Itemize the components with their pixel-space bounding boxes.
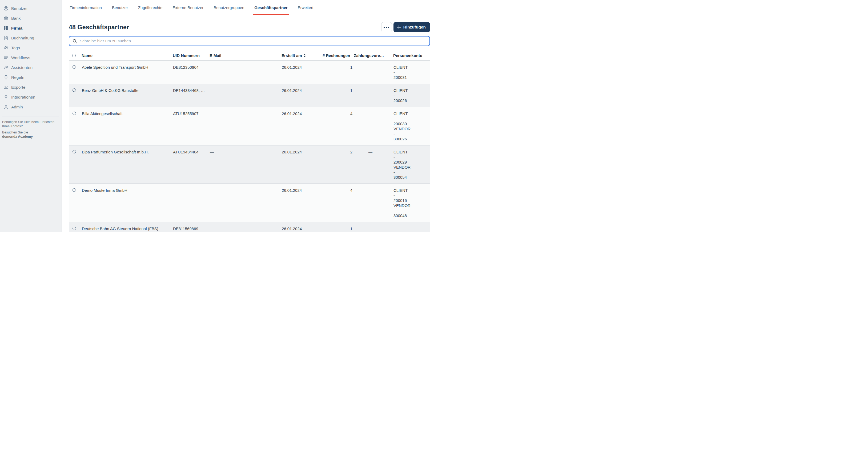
partner-created: 26.01.2024 — [282, 184, 323, 222]
sidebar-item-tags[interactable]: Tags — [0, 43, 62, 53]
sidebar-item-bank[interactable]: Bank — [0, 13, 62, 23]
table-row[interactable]: Bipa Parfumerien Gesellschaft m.b.H. ATU… — [69, 145, 430, 184]
partners-table: Name UID-Nummern E-Mail Erstellt am # Re… — [69, 46, 430, 232]
tab-geschaeftspartner[interactable]: Geschäftspartner — [253, 0, 288, 15]
row-checkbox[interactable] — [72, 65, 76, 69]
partner-uid: ATU15255907 — [173, 107, 210, 145]
partner-email: — — [210, 84, 282, 107]
sidebar-help: Benötigen Sie Hilfe beim Einrichten Ihre… — [2, 120, 58, 139]
sidebar-item-regeln[interactable]: Regeln — [0, 72, 62, 82]
tab-benutzergruppen[interactable]: Benutzergruppen — [213, 0, 245, 15]
col-header-payment: Zahlungsvore… — [354, 53, 386, 58]
partner-name: Deutsche Bahn AG Steuern National (FBS) — [82, 222, 173, 232]
partner-invoices: 1 — [323, 222, 354, 232]
partner-payment: — — [354, 184, 387, 222]
assistants-icon — [3, 65, 8, 70]
sort-icon — [303, 54, 306, 57]
integrations-icon — [3, 95, 8, 100]
table-row[interactable]: Benz GmbH & Co.KG Baustoffe DE144334468,… — [69, 84, 430, 107]
partner-payment: — — [354, 145, 387, 184]
sidebar-item-label: Exporte — [11, 85, 25, 90]
company-icon — [3, 26, 8, 31]
tab-zugriffsrechte[interactable]: Zugriffsrechte — [137, 0, 163, 15]
tags-icon — [3, 45, 8, 51]
search-input[interactable] — [77, 39, 427, 43]
academy-link[interactable]: domonda Academy — [2, 135, 33, 138]
sidebar-item-label: Benutzer — [11, 6, 28, 11]
partner-account: CLIENT - 200015 VENDOR - 300048 — [387, 184, 430, 222]
workflows-icon — [3, 55, 8, 61]
select-all-checkbox[interactable] — [72, 54, 76, 57]
partner-name: Demo Musterfirma GmbH — [82, 184, 173, 222]
row-checkbox[interactable] — [72, 227, 76, 230]
partner-account: CLIENT - 200029 VENDOR - 300054 — [387, 145, 430, 184]
partner-uid: DE144334468, … — [173, 84, 210, 107]
row-checkbox[interactable] — [72, 150, 76, 154]
sidebar-item-firma[interactable]: Firma — [0, 23, 62, 33]
sidebar-item-benutzer[interactable]: Benutzer — [0, 3, 62, 13]
col-header-email: E-Mail — [210, 53, 281, 58]
sidebar-item-buchhaltung[interactable]: Buchhaltung — [0, 33, 62, 43]
table-row[interactable]: Demo Musterfirma GmbH — — 26.01.2024 4 —… — [69, 184, 430, 222]
row-checkbox[interactable] — [72, 89, 76, 92]
sidebar-item-label: Bank — [11, 16, 21, 21]
more-icon — [383, 27, 385, 28]
partner-invoices: 2 — [323, 145, 354, 184]
partner-name: Billa Aktiengesellschaft — [82, 107, 173, 145]
col-header-invoices: # Rechnungen — [322, 53, 354, 58]
row-checkbox[interactable] — [72, 188, 76, 192]
bank-icon — [3, 16, 8, 21]
col-header-created[interactable]: Erstellt am — [281, 53, 322, 58]
partner-account: — — [387, 222, 430, 232]
app-window: Benutzer Bank Firma Buchhaltung Tags — [0, 0, 434, 232]
partner-name: Abele Spedition und Transport GmbH — [82, 61, 173, 84]
sidebar-item-integrationen[interactable]: Integrationen — [0, 92, 62, 102]
select-all-cell — [69, 54, 82, 57]
partner-email: — — [210, 107, 282, 145]
partner-invoices: 4 — [323, 107, 354, 145]
more-actions-button[interactable] — [381, 22, 392, 32]
partner-invoices: 1 — [323, 61, 354, 84]
partner-uid: DE812350964 — [173, 61, 210, 84]
tab-bar: Firmeninformation Benutzer Zugriffsrecht… — [62, 0, 434, 15]
user-icon — [3, 6, 8, 11]
tab-erweitert[interactable]: Erweitert — [297, 0, 315, 15]
table-row[interactable]: Billa Aktiengesellschaft ATU15255907 — 2… — [69, 107, 430, 145]
help-visit-prefix: Besuchen Sie die — [2, 131, 28, 134]
sidebar-item-exporte[interactable]: Exporte — [0, 82, 62, 92]
row-checkbox[interactable] — [72, 111, 76, 115]
table-row[interactable]: Deutsche Bahn AG Steuern National (FBS) … — [69, 222, 430, 232]
tab-benutzer[interactable]: Benutzer — [111, 0, 129, 15]
add-button-label: Hinzufügen — [403, 25, 426, 30]
sidebar-item-label: Tags — [11, 45, 20, 51]
table-body: Abele Spedition und Transport GmbH DE812… — [69, 61, 430, 232]
sidebar-item-label: Integrationen — [11, 95, 35, 100]
table-row[interactable]: Abele Spedition und Transport GmbH DE812… — [69, 61, 430, 84]
sidebar-item-assistenten[interactable]: Assistenten — [0, 63, 62, 72]
help-question: Benötigen Sie Hilfe beim Einrichten Ihre… — [2, 120, 58, 128]
partner-account: CLIENT - 200031 — [387, 61, 430, 84]
partner-uid: — — [173, 184, 210, 222]
tab-firmeninformation[interactable]: Firmeninformation — [68, 0, 103, 15]
admin-icon — [3, 104, 8, 110]
tab-externe-benutzer[interactable]: Externe Benutzer — [172, 0, 205, 15]
sidebar-item-label: Regeln — [11, 75, 24, 80]
header-actions: Hinzufügen — [381, 22, 430, 32]
partner-created: 26.01.2024 — [282, 84, 323, 107]
page-header: 48 Geschäftspartner Hinzufügen — [62, 15, 434, 32]
partner-email: — — [210, 61, 282, 84]
sidebar-item-label: Firma — [11, 26, 22, 31]
plus-icon — [397, 25, 401, 29]
col-header-account: Personenkonto — [386, 53, 430, 58]
sidebar-item-workflows[interactable]: Workflows — [0, 53, 62, 63]
sidebar-item-admin[interactable]: Admin — [0, 102, 62, 112]
partner-created: 26.01.2024 — [282, 222, 323, 232]
add-button[interactable]: Hinzufügen — [394, 22, 430, 32]
partner-created: 26.01.2024 — [282, 145, 323, 184]
sidebar-item-label: Admin — [11, 105, 23, 109]
sidebar-divider — [2, 116, 59, 117]
partner-name: Bipa Parfumerien Gesellschaft m.b.H. — [82, 145, 173, 184]
rules-icon — [3, 75, 8, 80]
col-header-uid: UID-Nummern — [173, 53, 210, 58]
partner-payment: — — [354, 61, 387, 84]
